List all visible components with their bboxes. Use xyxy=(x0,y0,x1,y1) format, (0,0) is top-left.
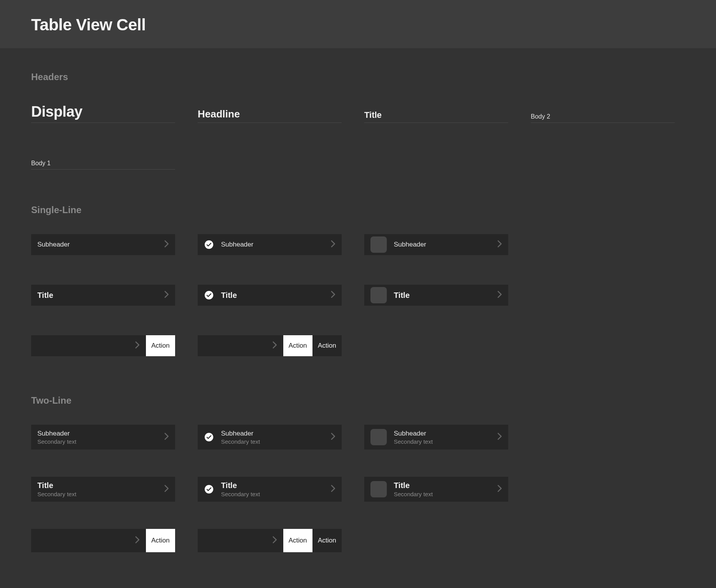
section-single-label: Single-Line xyxy=(31,205,685,215)
list-cell-two-subheader-check[interactable]: Subheader Secondary text xyxy=(198,425,342,450)
cell-primary-text: Subheader xyxy=(221,241,328,248)
cell-primary-text: Title xyxy=(394,291,494,300)
chevron-right-icon xyxy=(331,485,335,494)
cell-secondary-text: Secondary text xyxy=(37,438,161,445)
header-cell-display[interactable]: Display xyxy=(31,101,175,123)
cell-secondary-text: Secondary text xyxy=(221,491,328,497)
page-title: Table View Cell xyxy=(31,16,685,34)
chevron-right-icon xyxy=(164,485,169,494)
cell-primary-text: Title xyxy=(37,481,161,490)
chevron-right-icon xyxy=(497,433,502,441)
chevron-right-icon xyxy=(272,536,277,545)
chevron-right-icon xyxy=(135,536,140,545)
cell-primary-text: Title xyxy=(221,291,328,300)
chevron-right-icon xyxy=(497,291,502,299)
list-cell-subheader-thumb[interactable]: Subheader xyxy=(364,234,508,255)
list-cell-two-title-check[interactable]: Title Secondary text xyxy=(198,477,342,502)
cell-primary-text: Title xyxy=(394,481,494,490)
section-two-label: Two-Line xyxy=(31,395,685,406)
section-headers-label: Headers xyxy=(31,72,685,82)
cell-primary-text: Subheader xyxy=(394,430,494,438)
chevron-right-icon xyxy=(272,341,277,350)
cell-primary-text: Title xyxy=(221,481,328,490)
header-cell-body2[interactable]: Body 2 xyxy=(531,101,675,123)
list-cell-title-plain[interactable]: Title xyxy=(31,285,175,306)
list-cell-title-check[interactable]: Title xyxy=(198,285,342,306)
thumbnail-placeholder xyxy=(370,287,387,303)
chevron-right-icon xyxy=(497,240,502,249)
list-cell-two-subheader-thumb[interactable]: Subheader Secondary text xyxy=(364,425,508,450)
checkmark-circle-icon xyxy=(204,432,214,442)
chevron-right-icon xyxy=(135,341,140,350)
header-cell-headline[interactable]: Headline xyxy=(198,101,342,123)
header-cell-title[interactable]: Title xyxy=(364,101,508,123)
swipe-action-label: Action xyxy=(318,342,336,350)
cell-primary-text: Subheader xyxy=(37,241,161,248)
chevron-right-icon xyxy=(331,433,335,441)
cell-secondary-text: Secondary text xyxy=(394,438,494,445)
swipe-action-button[interactable]: Action xyxy=(283,529,312,552)
thumbnail-placeholder xyxy=(370,481,387,497)
list-cell-swipe-single-action[interactable]: Action xyxy=(31,335,175,356)
cell-secondary-text: Secondary text xyxy=(394,491,494,497)
cell-primary-text: Subheader xyxy=(394,241,494,248)
swipe-action-button-secondary[interactable]: Action xyxy=(312,529,342,552)
swipe-action-label: Action xyxy=(289,537,307,544)
chevron-right-icon xyxy=(331,291,335,299)
chevron-right-icon xyxy=(164,240,169,249)
header-display-text: Display xyxy=(31,103,82,120)
swipe-action-label: Action xyxy=(318,537,336,544)
cell-primary-text: Subheader xyxy=(37,430,161,438)
swipe-action-button[interactable]: Action xyxy=(146,335,175,356)
cell-primary-text: Title xyxy=(37,291,161,300)
checkmark-circle-icon xyxy=(204,484,214,494)
list-cell-subheader-plain[interactable]: Subheader xyxy=(31,234,175,255)
swipe-action-label: Action xyxy=(151,537,170,544)
chevron-right-icon xyxy=(497,485,502,494)
chevron-right-icon xyxy=(164,291,169,299)
chevron-right-icon xyxy=(164,433,169,441)
list-cell-swipe-double-action[interactable]: Action Action xyxy=(198,335,342,356)
header-cell-body1[interactable]: Body 1 xyxy=(31,148,175,170)
thumbnail-placeholder xyxy=(370,429,387,445)
list-cell-two-swipe-single-action[interactable]: Action xyxy=(31,529,175,552)
checkmark-circle-icon xyxy=(204,290,214,300)
swipe-action-button[interactable]: Action xyxy=(146,529,175,552)
header-headline-text: Headline xyxy=(198,108,240,120)
header-body1-text: Body 1 xyxy=(31,160,51,167)
header-body2-text: Body 2 xyxy=(531,113,550,120)
list-cell-subheader-check[interactable]: Subheader xyxy=(198,234,342,255)
cell-primary-text: Subheader xyxy=(221,430,328,438)
header-title-text: Title xyxy=(364,110,382,120)
swipe-action-label: Action xyxy=(151,342,170,350)
list-cell-two-title-thumb[interactable]: Title Secondary text xyxy=(364,477,508,502)
swipe-action-button[interactable]: Action xyxy=(283,335,312,356)
list-cell-two-swipe-double-action[interactable]: Action Action xyxy=(198,529,342,552)
list-cell-title-thumb[interactable]: Title xyxy=(364,285,508,306)
swipe-action-button-secondary[interactable]: Action xyxy=(312,335,342,356)
list-cell-two-title-plain[interactable]: Title Secondary text xyxy=(31,477,175,502)
cell-secondary-text: Secondary text xyxy=(37,491,161,497)
swipe-action-label: Action xyxy=(289,342,307,350)
list-cell-two-subheader-plain[interactable]: Subheader Secondary text xyxy=(31,425,175,450)
thumbnail-placeholder xyxy=(370,236,387,253)
checkmark-circle-icon xyxy=(204,240,214,250)
cell-secondary-text: Secondary text xyxy=(221,438,328,445)
page-header: Table View Cell xyxy=(0,0,716,48)
chevron-right-icon xyxy=(331,240,335,249)
